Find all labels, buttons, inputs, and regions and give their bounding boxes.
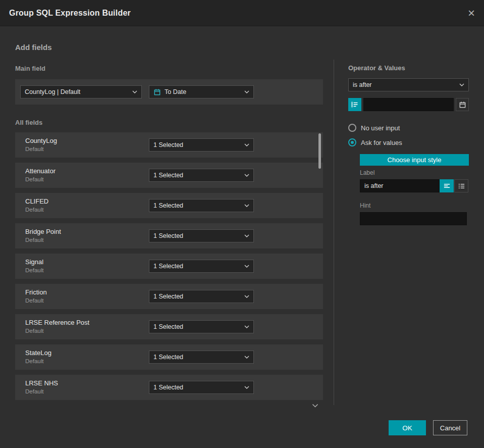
row-attribute-select[interactable]: 1 Selected	[149, 199, 254, 212]
field-subtitle: Default	[25, 237, 43, 243]
row-select-value: 1 Selected	[153, 293, 183, 300]
chevron-down-icon	[244, 265, 249, 268]
field-name: Signal	[25, 258, 43, 266]
chevron-down-icon	[244, 356, 249, 359]
row-attribute-select[interactable]: 1 Selected	[149, 351, 254, 364]
hint-input[interactable]	[360, 212, 467, 225]
single-line-style-button[interactable]	[440, 179, 454, 192]
value-input[interactable]	[363, 98, 454, 111]
radio-no-user-input[interactable]: No user input	[348, 124, 400, 132]
field-name: CLIFED	[25, 197, 48, 205]
label-field-label: Label	[360, 169, 374, 176]
row-select-value: 1 Selected	[153, 232, 183, 239]
date-picker-button[interactable]	[456, 98, 469, 111]
row-attribute-select[interactable]: 1 Selected	[149, 169, 254, 182]
field-row: CountyLog Default 1 Selected	[15, 132, 323, 158]
field-name: Attenuator	[25, 167, 56, 175]
all-fields-list: CountyLog Default 1 Selected Attenuator …	[15, 132, 323, 405]
main-field-label: Main field	[15, 65, 45, 72]
chevron-down-icon	[244, 204, 249, 207]
date-field-select[interactable]: To Date	[149, 85, 254, 98]
cancel-button[interactable]: Cancel	[433, 420, 467, 435]
list-icon	[458, 182, 465, 190]
scrollbar-thumb[interactable]	[318, 133, 321, 169]
close-icon[interactable]: ×	[468, 7, 475, 19]
field-name: LRSE Reference Post	[25, 319, 89, 326]
field-row: StateLog Default 1 Selected	[15, 344, 323, 370]
input-lines-icon	[351, 101, 359, 109]
row-select-value: 1 Selected	[153, 263, 183, 270]
field-name: Bridge Point	[25, 228, 61, 235]
choose-input-style-button[interactable]: Choose input style	[360, 154, 469, 166]
row-select-value: 1 Selected	[153, 172, 183, 179]
chevron-down-icon	[244, 174, 249, 177]
field-subtitle: Default	[25, 176, 43, 182]
chevron-down-icon	[244, 234, 249, 237]
add-fields-heading: Add fields	[15, 43, 52, 52]
field-name: CountyLog	[25, 137, 57, 144]
vertical-divider	[334, 60, 334, 405]
chevron-down-icon	[244, 325, 249, 328]
main-field-panel: CountyLog | Default To Date	[15, 79, 323, 105]
radio-label: No user input	[361, 124, 400, 132]
hint-field-label: Hint	[360, 202, 370, 209]
row-attribute-select[interactable]: 1 Selected	[149, 138, 254, 152]
radio-ask-for-values[interactable]: Ask for values	[348, 138, 402, 146]
field-name: Friction	[25, 288, 47, 296]
field-name: LRSE NHS	[25, 379, 58, 387]
field-row: LRSE Reference Post Default 1 Selected	[15, 314, 323, 339]
row-select-value: 1 Selected	[153, 384, 183, 391]
radio-circle-icon	[348, 124, 356, 132]
field-row: Bridge Point Default 1 Selected	[15, 223, 323, 248]
calendar-icon	[459, 101, 466, 109]
field-name: StateLog	[25, 349, 51, 357]
field-subtitle: Default	[25, 388, 43, 394]
chevron-down-icon	[244, 386, 249, 389]
field-subtitle: Default	[25, 267, 43, 273]
field-row: Friction Default 1 Selected	[15, 284, 323, 309]
scroll-more-chevron-icon[interactable]	[312, 401, 318, 410]
operator-values-heading: Operator & Values	[348, 64, 405, 72]
chevron-down-icon	[132, 90, 137, 93]
field-subtitle: Default	[25, 207, 43, 213]
chevron-down-icon	[244, 143, 249, 146]
set-value-mode-button[interactable]	[348, 98, 361, 111]
field-subtitle: Default	[25, 297, 43, 304]
main-field-select[interactable]: CountyLog | Default	[20, 85, 142, 98]
field-subtitle: Default	[25, 146, 43, 152]
row-attribute-select[interactable]: 1 Selected	[149, 260, 254, 273]
chevron-down-icon	[244, 295, 249, 298]
row-attribute-select[interactable]: 1 Selected	[149, 229, 254, 242]
main-field-select-value: CountyLog | Default	[25, 88, 80, 95]
field-subtitle: Default	[25, 358, 43, 364]
ok-button[interactable]: OK	[389, 420, 426, 435]
field-row: Signal Default 1 Selected	[15, 254, 323, 279]
row-select-value: 1 Selected	[153, 354, 183, 361]
calendar-icon	[153, 88, 161, 96]
field-row: CLIFED Default 1 Selected	[15, 193, 323, 218]
row-attribute-select[interactable]: 1 Selected	[149, 381, 254, 394]
row-select-value: 1 Selected	[153, 202, 183, 209]
label-input[interactable]	[360, 179, 440, 192]
row-attribute-select[interactable]: 1 Selected	[149, 290, 254, 303]
row-select-value: 1 Selected	[153, 323, 183, 330]
list-style-button[interactable]	[454, 179, 468, 192]
field-row: Attenuator Default 1 Selected	[15, 163, 323, 188]
radio-circle-selected-icon	[348, 138, 356, 146]
radio-label: Ask for values	[361, 139, 402, 146]
align-left-icon	[443, 182, 451, 190]
date-field-select-value: To Date	[165, 88, 186, 95]
dialog-title: Group SQL Expression Builder	[9, 9, 131, 18]
chevron-down-icon	[459, 83, 464, 86]
field-subtitle: Default	[25, 328, 43, 334]
dialog-titlebar: Group SQL Expression Builder ×	[0, 0, 484, 26]
row-attribute-select[interactable]: 1 Selected	[149, 320, 254, 333]
all-fields-label: All fields	[15, 119, 42, 126]
chevron-down-icon	[244, 90, 249, 93]
field-row: LRSE NHS Default 1 Selected	[15, 375, 323, 400]
row-select-value: 1 Selected	[153, 141, 183, 148]
operator-select[interactable]: is after	[348, 78, 469, 91]
operator-select-value: is after	[353, 81, 372, 88]
